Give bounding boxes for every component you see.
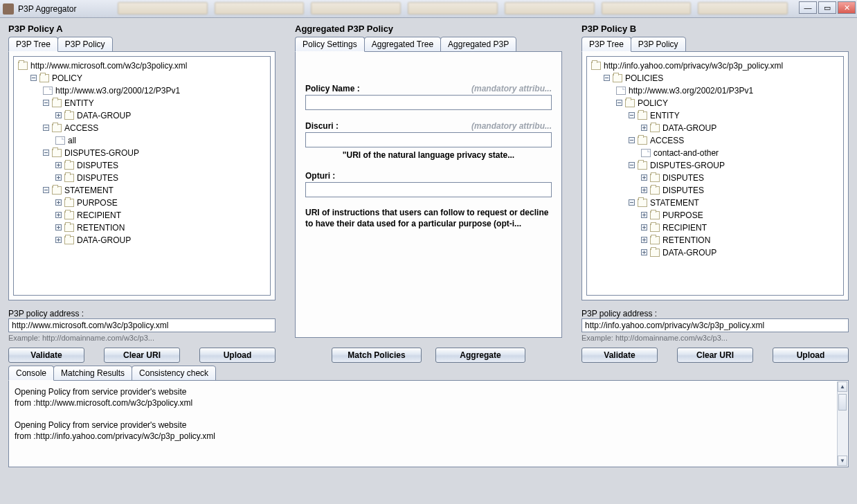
scroll-down-icon[interactable]: ▼ xyxy=(838,456,847,466)
toggle-icon[interactable] xyxy=(641,237,647,243)
close-button[interactable]: ✕ xyxy=(838,1,856,14)
discuri-input[interactable] xyxy=(305,132,552,147)
toggle-icon[interactable] xyxy=(43,150,49,156)
tab-policy-settings[interactable]: Policy Settings xyxy=(295,37,365,52)
tree-access[interactable]: ACCESS contact-and-other xyxy=(629,134,840,159)
tree-a[interactable]: http://www.microsoft.com/w3c/p3policy.xm… xyxy=(13,56,271,296)
tree-disputes[interactable]: DISPUTES xyxy=(55,172,267,184)
tree-purpose[interactable]: PURPOSE xyxy=(55,197,267,209)
validate-button-b[interactable]: Validate xyxy=(581,348,658,363)
tree-recipient[interactable]: RECIPIENT xyxy=(55,209,267,222)
toggle-icon[interactable] xyxy=(629,162,635,168)
folder-icon xyxy=(650,174,660,182)
toggle-icon[interactable] xyxy=(641,212,647,218)
tree-access-item[interactable]: contact-and-other xyxy=(641,147,840,159)
toggle-icon[interactable] xyxy=(641,249,647,255)
scroll-up-icon[interactable]: ▲ xyxy=(838,381,847,392)
minimize-button[interactable]: — xyxy=(799,1,817,14)
policy-name-input[interactable] xyxy=(305,95,552,110)
page-icon xyxy=(43,87,53,95)
toggle-icon[interactable] xyxy=(43,100,49,106)
tree-policy[interactable]: POLICY http://www.w3.org/2000/12/P3Pv1 E… xyxy=(30,72,267,246)
clear-uri-button-a[interactable]: Clear URI xyxy=(104,348,180,363)
tab-p3p-tree-a[interactable]: P3P Tree xyxy=(8,37,58,52)
tab-p3p-tree-b[interactable]: P3P Tree xyxy=(581,37,631,52)
tree-disputes[interactable]: DISPUTES xyxy=(55,159,267,172)
toggle-icon[interactable] xyxy=(55,224,62,231)
window-title: P3P Aggregator xyxy=(18,4,77,14)
folder-icon xyxy=(64,161,74,170)
tree-retention[interactable]: RETENTION xyxy=(55,222,267,234)
tab-aggregated-tree[interactable]: Aggregated Tree xyxy=(364,37,441,52)
addr-example-a: Example: http://domainname.com/w3c/p3... xyxy=(8,334,276,342)
tree-policies[interactable]: POLICIES http://www.w3.org/2002/01/P3Pv1… xyxy=(604,72,840,259)
tree-version[interactable]: http://www.w3.org/2002/01/P3Pv1 xyxy=(616,84,840,97)
toggle-icon[interactable] xyxy=(604,75,610,81)
upload-button-b[interactable]: Upload xyxy=(773,348,849,363)
tree-retention[interactable]: RETENTION xyxy=(641,234,840,246)
tree-disputes[interactable]: DISPUTES xyxy=(641,172,840,184)
toggle-icon[interactable] xyxy=(641,174,647,181)
toggle-icon[interactable] xyxy=(55,162,62,168)
toggle-icon[interactable] xyxy=(55,237,62,243)
opturi-input[interactable] xyxy=(305,182,552,197)
tree-root[interactable]: http://www.microsoft.com/w3c/p3policy.xm… xyxy=(18,60,267,246)
tree-entity[interactable]: ENTITY DATA-GROUP xyxy=(629,109,840,134)
toggle-icon[interactable] xyxy=(55,174,62,181)
folder-icon xyxy=(638,161,647,170)
tab-aggregated-p3p[interactable]: Aggregated P3P xyxy=(440,37,516,52)
folder-icon xyxy=(64,174,74,182)
toggle-icon[interactable] xyxy=(55,112,62,118)
validate-button-a[interactable]: Validate xyxy=(8,348,84,363)
toggle-icon[interactable] xyxy=(641,224,647,231)
toggle-icon[interactable] xyxy=(629,199,635,206)
tree-datagroup[interactable]: DATA-GROUP xyxy=(55,234,267,246)
tree-statement[interactable]: STATEMENT PURPOSE RECIPIENT RETENTION DA… xyxy=(43,184,267,246)
tree-root[interactable]: http://info.yahoo.com/privacy/w3c/p3p_po… xyxy=(591,60,840,259)
tab-matching-results[interactable]: Matching Results xyxy=(53,366,132,381)
upload-button-a[interactable]: Upload xyxy=(199,348,276,363)
addr-input-b[interactable] xyxy=(581,318,849,332)
scroll-thumb[interactable] xyxy=(838,394,847,411)
toggle-icon[interactable] xyxy=(629,137,635,143)
addr-input-a[interactable] xyxy=(8,318,276,332)
toggle-icon[interactable] xyxy=(55,199,62,206)
aggregate-button[interactable]: Aggregate xyxy=(435,348,525,363)
tree-statement[interactable]: STATEMENT PURPOSE RECIPIENT RETENTION DA… xyxy=(629,197,840,259)
tab-p3p-policy-a[interactable]: P3P Policy xyxy=(57,37,113,52)
toggle-icon[interactable] xyxy=(43,187,49,193)
tree-disputes-group[interactable]: DISPUTES-GROUP DISPUTES DISPUTES xyxy=(43,147,267,184)
toggle-icon[interactable] xyxy=(629,112,635,118)
toggle-icon[interactable] xyxy=(55,212,62,218)
tree-policy[interactable]: POLICY ENTITY DATA-GROUP ACCESS contact-… xyxy=(616,97,840,259)
folder-icon xyxy=(638,199,647,207)
match-policies-button[interactable]: Match Policies xyxy=(332,348,422,363)
tab-console[interactable]: Console xyxy=(8,366,54,381)
toggle-icon[interactable] xyxy=(43,125,49,131)
tree-datagroup[interactable]: DATA-GROUP xyxy=(641,246,840,259)
tree-disputes[interactable]: DISPUTES xyxy=(641,184,840,197)
tree-datagroup[interactable]: DATA-GROUP xyxy=(55,109,267,122)
aggregated-panel: Aggregated P3P Policy Policy Settings Ag… xyxy=(295,24,562,363)
toggle-icon[interactable] xyxy=(30,75,37,81)
tree-b[interactable]: http://info.yahoo.com/privacy/w3c/p3p_po… xyxy=(586,56,844,296)
tab-consistency-check[interactable]: Consistency check xyxy=(132,366,216,381)
tree-entity[interactable]: ENTITY DATA-GROUP xyxy=(43,97,267,122)
tree-access-all[interactable]: all xyxy=(55,134,267,147)
tab-p3p-policy-b[interactable]: P3P Policy xyxy=(631,37,686,52)
scrollbar[interactable]: ▲ ▼ xyxy=(837,381,847,466)
tree-version[interactable]: http://www.w3.org/2000/12/P3Pv1 xyxy=(43,84,267,97)
tree-access[interactable]: ACCESS all xyxy=(43,122,267,147)
tree-purpose[interactable]: PURPOSE xyxy=(641,209,840,222)
aggregated-header: Aggregated P3P Policy xyxy=(295,24,562,34)
clear-uri-button-b[interactable]: Clear URI xyxy=(677,348,753,363)
tree-disputes-group[interactable]: DISPUTES-GROUP DISPUTES DISPUTES xyxy=(629,159,840,197)
folder-icon xyxy=(650,124,660,132)
maximize-button[interactable]: ▭ xyxy=(818,1,836,14)
toggle-icon[interactable] xyxy=(641,125,647,131)
toggle-icon[interactable] xyxy=(616,100,622,106)
tree-recipient[interactable]: RECIPIENT xyxy=(641,222,840,234)
toggle-icon[interactable] xyxy=(641,187,647,193)
tree-datagroup[interactable]: DATA-GROUP xyxy=(641,122,840,134)
folder-icon xyxy=(18,62,28,70)
